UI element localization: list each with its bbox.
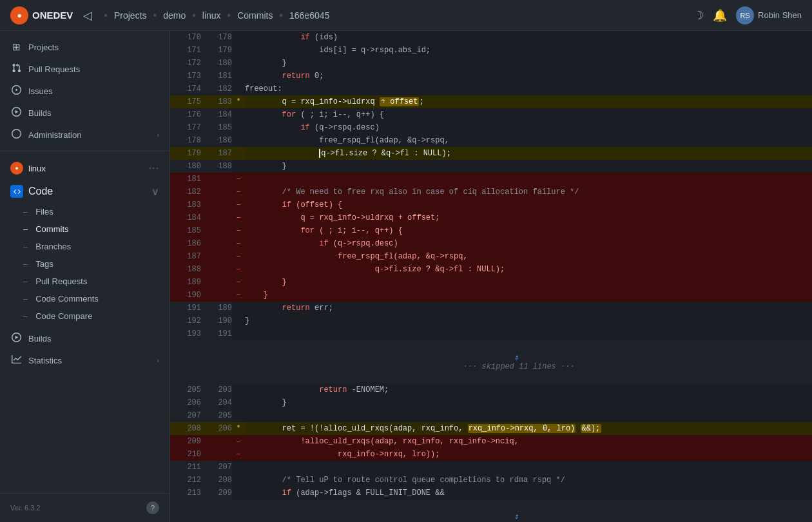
table-row: 187 – free_rspq_fl(adap, &q->rspq,: [170, 250, 812, 263]
table-row: 176 184 for ( ; i; i--, q++) {: [170, 108, 812, 121]
line-code: return 0;: [245, 70, 812, 82]
line-code: q = rxq_info->uldrxq + offset;: [245, 95, 812, 108]
dash-icon: –: [23, 242, 28, 251]
line-num-old: 211: [170, 461, 201, 474]
sidebar-item-code-compare[interactable]: – Code Compare: [0, 307, 169, 325]
line-marker: [232, 147, 245, 160]
table-row: 212 208 /* Tell uP to route control queu…: [170, 474, 812, 487]
line-num-new: 179: [201, 44, 232, 57]
line-code: return err;: [245, 302, 812, 314]
line-num-new: [201, 276, 232, 289]
sidebar-item-tags[interactable]: – Tags: [0, 255, 169, 273]
sidebar-item-branches[interactable]: – Branches: [0, 238, 169, 255]
line-marker: [232, 487, 245, 499]
sidebar-item-administration[interactable]: Administration ›: [0, 124, 169, 146]
app-logo[interactable]: ● ONEDEV: [10, 6, 73, 24]
chevron-down-icon: ∨: [151, 186, 159, 198]
line-marker: [232, 57, 245, 70]
breadcrumb-commits[interactable]: Commits: [237, 10, 273, 21]
line-marker: [232, 160, 245, 173]
sidebar-item-statistics[interactable]: Statistics ›: [0, 349, 169, 371]
line-code: !alloc_uld_rxqs(adap, rxq_info, rxq_info…: [245, 435, 812, 448]
line-code: }: [245, 57, 812, 70]
line-num-new: 188: [201, 160, 232, 173]
sidebar-item-commits[interactable]: – Commits: [0, 220, 169, 238]
code-submenu: – Files – Commits – Branches – Tags –: [0, 203, 169, 325]
breadcrumb-linux[interactable]: linux: [202, 10, 221, 21]
repo-section: ● linux ··· Code ∨ – Files: [0, 151, 169, 371]
line-num-old: 208: [170, 422, 201, 435]
sidebar-item-pull-requests-code[interactable]: – Pull Requests: [0, 273, 169, 290]
line-code: }: [245, 314, 812, 327]
hunk-expand-row[interactable]: ⇕ ··· skipped 11 lines ···: [170, 340, 812, 383]
hunk-expand-row-bottom[interactable]: ⇕ ··· skipped 484 lines ···: [170, 499, 812, 522]
sidebar-item-pull-requests[interactable]: Pull Requests: [0, 58, 169, 80]
breadcrumb-demo[interactable]: demo: [163, 10, 186, 21]
code-section-header[interactable]: Code ∨: [0, 180, 169, 203]
table-row: 172 180 }: [170, 57, 812, 70]
line-marker: [232, 314, 245, 327]
sidebar-item-label: Commits: [35, 224, 68, 234]
line-num-old: 212: [170, 474, 201, 487]
table-row: 210 – rxq_info->nrxq, lro));: [170, 448, 812, 461]
breadcrumb-sep-4: •: [227, 10, 231, 21]
table-row: 170 178 if (ids): [170, 31, 812, 44]
line-num-old: 205: [170, 383, 201, 396]
sidebar-item-issues[interactable]: Issues: [0, 80, 169, 102]
logo-icon: ●: [10, 6, 28, 24]
expand-icon[interactable]: ⇕: [514, 353, 519, 362]
line-code: return -ENOMEM;: [245, 383, 812, 396]
sidebar-item-builds[interactable]: Builds: [0, 102, 169, 124]
line-num-old: 174: [170, 82, 201, 95]
line-num-new: 191: [201, 327, 232, 340]
sidebar-item-builds-bottom[interactable]: Builds: [0, 327, 169, 349]
line-marker: –: [232, 448, 245, 461]
theme-toggle-button[interactable]: ☽: [693, 8, 704, 23]
line-code: free_rspq_fl(adap, &q->rspq,: [245, 250, 812, 263]
line-code: if (adap->flags & FULL_INIT_DONE &&: [245, 487, 812, 499]
line-marker: –: [232, 435, 245, 448]
line-num-old: 180: [170, 160, 201, 173]
line-marker: [232, 396, 245, 409]
help-button[interactable]: ?: [146, 501, 159, 514]
administration-icon: [10, 129, 22, 140]
sidebar-item-label: Code Compare: [35, 311, 92, 321]
line-code: free_rspq_fl(adap, &q->rspq,: [245, 134, 812, 147]
line-marker: [232, 461, 245, 474]
table-row: 179 187 q->fl.size ? &q->fl : NULL);: [170, 147, 812, 160]
line-num-old: 192: [170, 314, 201, 327]
line-num-new: [201, 435, 232, 448]
line-marker: [232, 327, 245, 340]
dash-icon: –: [23, 259, 28, 269]
line-marker: –: [232, 211, 245, 224]
sidebar-item-label: Pull Requests: [28, 64, 80, 74]
global-nav: ⊞ Projects Pull Requests Issu: [0, 31, 169, 151]
line-marker: [232, 82, 245, 95]
line-num-old: 182: [170, 186, 201, 198]
line-num-new: 205: [201, 409, 232, 422]
sidebar-item-files[interactable]: – Files: [0, 203, 169, 220]
repo-header[interactable]: ● linux ···: [0, 157, 169, 180]
version-text: Ver. 6.3.2: [10, 504, 40, 512]
line-code: freeout:: [245, 82, 812, 95]
user-menu[interactable]: RS Robin Shen: [736, 6, 802, 24]
line-num-old: 176: [170, 108, 201, 121]
breadcrumb-commit-hash[interactable]: 166e6045: [289, 10, 329, 21]
notifications-button[interactable]: 🔔: [713, 8, 727, 23]
line-num-old: 175: [170, 95, 201, 108]
line-num-new: 178: [201, 31, 232, 44]
sidebar-item-projects[interactable]: ⊞ Projects: [0, 36, 169, 58]
sidebar-item-code-comments[interactable]: – Code Comments: [0, 290, 169, 307]
sidebar-item-label: Issues: [28, 86, 53, 96]
breadcrumb-projects[interactable]: Projects: [114, 10, 147, 21]
repo-menu-icon[interactable]: ···: [149, 162, 159, 174]
line-num-old: 187: [170, 250, 201, 263]
table-row: 209 – !alloc_uld_rxqs(adap, rxq_info, rx…: [170, 435, 812, 448]
sidebar-collapse-button[interactable]: ◁: [78, 6, 97, 25]
repo-name: linux: [28, 164, 46, 173]
sidebar-item-label: Statistics: [28, 356, 62, 365]
line-code: }: [245, 396, 812, 409]
expand-icon-bottom[interactable]: ⇕: [514, 512, 519, 521]
table-row: 185 – for ( ; i; i--, q++) {: [170, 224, 812, 237]
table-row: 189 – }: [170, 276, 812, 289]
